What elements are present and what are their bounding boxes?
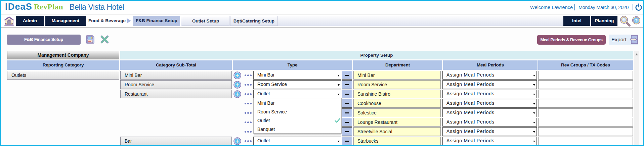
svg-text:?: ? [635,18,638,23]
